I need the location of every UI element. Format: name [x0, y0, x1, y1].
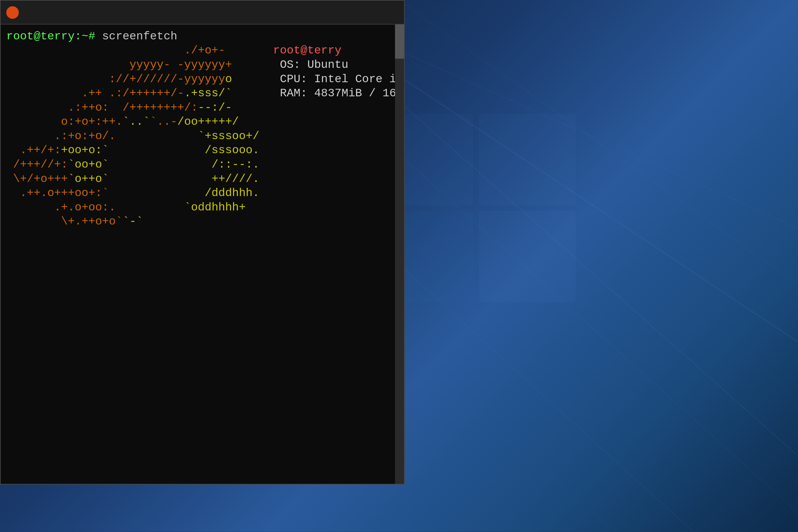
ubuntu-terminal-icon — [6, 6, 19, 18]
terminal-ubuntu[interactable]: root@terry:~# screenfetch ./+o+- root@te… — [0, 0, 404, 484]
svg-rect-12 — [479, 211, 576, 302]
titlebar-buttons-ubuntu — [328, 4, 398, 21]
terminal-body-ubuntu: root@terry:~# screenfetch ./+o+- root@te… — [1, 24, 404, 233]
ubuntu-output: root@terry:~# screenfetch ./+o+- root@te… — [6, 29, 398, 228]
scrollbar-thumb-ubuntu[interactable] — [395, 24, 404, 59]
minimize-button-ubuntu[interactable] — [328, 4, 350, 21]
titlebar-ubuntu — [1, 1, 404, 24]
close-button-ubuntu[interactable] — [376, 4, 398, 21]
maximize-button-ubuntu[interactable] — [352, 4, 375, 21]
svg-rect-10 — [479, 114, 576, 205]
desktop: root@terry:~# screenfetch ./+o+- root@te… — [0, 0, 798, 532]
scrollbar-ubuntu[interactable] — [395, 24, 404, 484]
